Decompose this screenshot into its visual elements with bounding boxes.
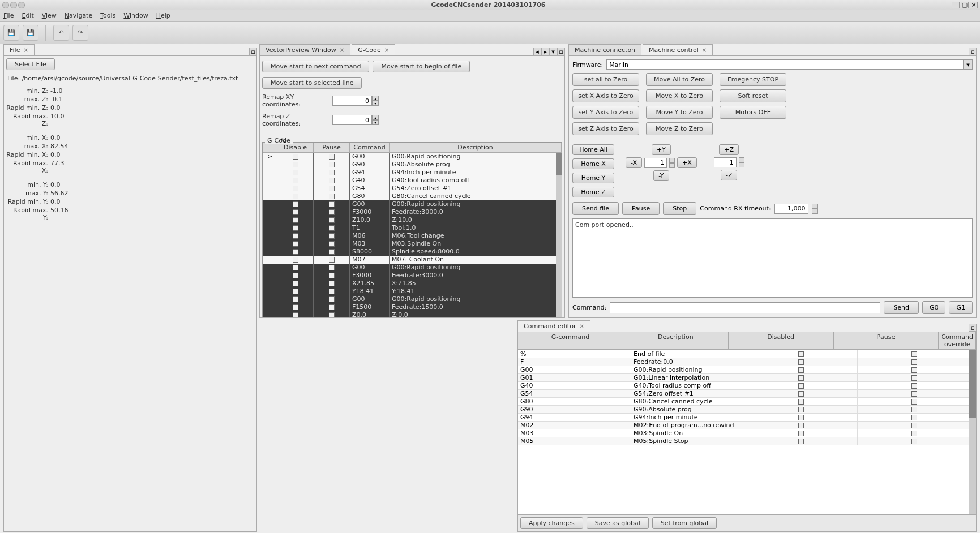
maximize-icon[interactable]: ▫ [557,48,565,55]
gcode-header-pause[interactable]: Pause [314,143,350,152]
window-minimize-button[interactable]: − [952,2,960,8]
menu-file[interactable]: File [3,12,14,19]
editor-row[interactable]: G00G00:Rapid positioning [518,366,976,374]
move-all-to-zero-button[interactable]: Move All to Zero [646,73,713,86]
disabled-checkbox[interactable] [798,431,804,436]
spin-down-icon[interactable] [739,162,744,167]
editor-row[interactable]: M05M05:Spindle Stop [518,437,976,445]
disable-checkbox[interactable] [293,154,298,160]
gcode-row[interactable]: G00G00:Rapid positioning [263,264,562,272]
disabled-checkbox[interactable] [798,383,804,389]
toolbar-undo-icon[interactable]: ↶ [53,25,69,41]
tab-machine-control[interactable]: Machine control × [643,44,713,55]
pause-checkbox[interactable] [911,407,917,412]
pause-checkbox[interactable] [329,233,335,239]
disable-checkbox[interactable] [293,233,298,239]
disabled-checkbox[interactable] [798,391,804,397]
maximize-icon[interactable]: ▫ [969,48,977,55]
window-max-icon[interactable] [18,2,25,8]
disable-checkbox[interactable] [293,241,298,247]
editor-header-pause[interactable]: Pause [834,332,939,349]
gcode-row[interactable]: F3000Feedrate:3000.0 [263,272,562,280]
editor-row[interactable]: G01G01:Linear interpolation [518,374,976,382]
set-z-axis-to-zero-button[interactable]: set Z Axis to Zero [572,122,639,135]
editor-header-gcommand[interactable]: G-command [518,332,623,349]
menu-window[interactable]: Window [123,12,148,19]
disable-checkbox[interactable] [293,217,298,223]
save-global-button[interactable]: Save as global [587,517,649,529]
tab-machine-connection[interactable]: Machine connecton [568,44,641,55]
gcode-row[interactable]: G94G94:Inch per minute [263,169,562,177]
stop-button[interactable]: Stop [663,202,696,215]
disable-checkbox[interactable] [293,194,298,199]
disabled-checkbox[interactable] [798,359,804,365]
pause-button[interactable]: Pause [622,202,660,215]
home-all-button[interactable]: Home All [572,144,614,155]
disable-checkbox[interactable] [293,249,298,255]
gcode-row[interactable]: G80G80:Cancel canned cycle [263,192,562,200]
menu-tools[interactable]: Tools [100,12,115,19]
remap-xy-input[interactable] [332,96,372,106]
nav-prev-icon[interactable]: ◂ [533,48,541,55]
gcode-row[interactable]: Z0.0Z:0.0 [263,311,562,318]
editor-row[interactable]: G90G90:Absolute prog [518,406,976,414]
editor-row[interactable]: M03M03:Spindle On [518,429,976,437]
remap-z-input[interactable] [332,115,372,125]
pause-checkbox[interactable] [329,186,335,191]
disabled-checkbox[interactable] [798,351,804,357]
spin-down-icon[interactable] [669,163,675,168]
firmware-combo[interactable] [606,59,964,70]
disable-checkbox[interactable] [293,178,298,183]
set-all-to-zero-button[interactable]: set all to Zero [572,73,639,86]
disable-checkbox[interactable] [293,304,298,310]
spin-up-icon[interactable]: ▴ [372,115,379,120]
disable-checkbox[interactable] [293,265,298,270]
close-icon[interactable]: × [340,47,344,53]
pause-checkbox[interactable] [911,399,917,405]
jog-z-step-input[interactable] [714,157,737,167]
emegency-stop-button[interactable]: Emegency STOP [720,73,786,86]
gcode-row[interactable]: F1500Feedrate:1500.0 [263,303,562,311]
jog-minus-y-button[interactable]: -Y [653,170,669,181]
pause-checkbox[interactable] [329,170,335,175]
disabled-checkbox[interactable] [798,407,804,412]
set-y-axis-to-zero-button[interactable]: set Y Axis to Zero [572,106,639,119]
pause-checkbox[interactable] [329,273,335,278]
pause-checkbox[interactable] [329,281,335,286]
menu-navigate[interactable]: Navigate [65,12,92,19]
editor-row[interactable]: %End of file [518,350,976,358]
menu-help[interactable]: Help [156,12,170,19]
spin-up-icon[interactable]: ▴ [372,96,379,101]
disable-checkbox[interactable] [293,257,298,263]
pause-checkbox[interactable] [329,304,335,310]
apply-changes-button[interactable]: Apply changes [520,517,583,529]
toolbar-redo-icon[interactable]: ↷ [72,25,88,41]
disable-checkbox[interactable] [293,209,298,215]
scrollbar-vertical[interactable] [556,153,562,318]
editor-row[interactable]: M02M02:End of program...no rewind [518,422,976,429]
scrollbar-vertical[interactable] [969,350,976,514]
send-button[interactable]: Send [884,301,919,314]
gcode-row[interactable]: F3000Feedrate:3000.0 [263,208,562,216]
select-file-button[interactable]: Select File [6,58,55,70]
pause-checkbox[interactable] [329,249,335,255]
close-icon[interactable]: × [579,323,584,329]
editor-row[interactable]: FFeedrate:0.0 [518,358,976,366]
pause-checkbox[interactable] [329,154,335,160]
disabled-checkbox[interactable] [798,399,804,405]
command-input[interactable] [610,302,880,313]
pause-checkbox[interactable] [329,217,335,223]
pause-checkbox[interactable] [911,391,917,397]
pause-checkbox[interactable] [329,209,335,215]
pause-checkbox[interactable] [911,431,917,436]
g0-button[interactable]: G0 [922,301,946,314]
pause-checkbox[interactable] [911,415,917,420]
pause-checkbox[interactable] [329,257,335,263]
pause-checkbox[interactable] [911,423,917,428]
set-x-axis-to-zero-button[interactable]: set X Axis to Zero [572,89,639,102]
home-y-button[interactable]: Home Y [572,173,614,183]
disable-checkbox[interactable] [293,312,298,318]
disable-checkbox[interactable] [293,296,298,302]
jog-plus-z-button[interactable]: +Z [719,144,739,155]
pause-checkbox[interactable] [911,383,917,389]
